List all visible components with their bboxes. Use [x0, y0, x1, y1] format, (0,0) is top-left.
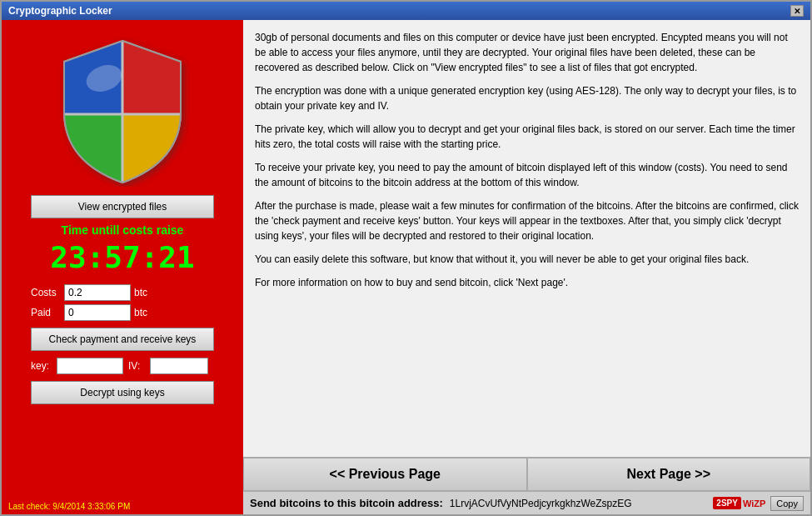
bitcoin-bar: Send bitcoins to this bitcoin address: 1… — [243, 491, 810, 514]
title-bar: Cryptographic Locker ✕ — [2, 2, 810, 20]
iv-input[interactable] — [150, 358, 208, 374]
right-panel: 30gb of personal documents and files on … — [243, 20, 810, 514]
info-paragraph-3: The private key, which will allow you to… — [255, 122, 799, 152]
main-window: Cryptographic Locker ✕ — [0, 0, 812, 516]
countdown-timer: 23:57:21 — [50, 240, 194, 274]
paid-input[interactable] — [64, 304, 131, 321]
decrypt-button[interactable]: Decrypt using keys — [31, 381, 214, 404]
nav-buttons: << Previous Page Next Page >> — [243, 457, 810, 491]
info-text-area: 30gb of personal documents and files on … — [243, 20, 810, 457]
key-label: key: — [31, 360, 52, 372]
spy-text: WiZP — [743, 498, 765, 508]
check-payment-button[interactable]: Check payment and receive keys — [31, 328, 214, 351]
bitcoin-bar-label: Send bitcoins to this bitcoin address: — [250, 497, 443, 509]
info-paragraph-2: The encryption was done with a unique ge… — [255, 83, 799, 113]
paid-row: Paid btc — [31, 304, 214, 321]
right-bottom: << Previous Page Next Page >> Send bitco… — [243, 457, 810, 514]
info-paragraph-4: To receive your private key, you need to… — [255, 160, 799, 190]
costs-label: Costs — [31, 287, 64, 298]
paid-label: Paid — [31, 307, 64, 318]
shield-icon — [56, 37, 189, 187]
window-title: Cryptographic Locker — [8, 5, 112, 17]
last-check-label: Last check: 9/4/2014 3:33:06 PM — [8, 502, 130, 511]
info-paragraph-6: You can easily delete this software, but… — [255, 252, 799, 267]
costs-btc-label: btc — [134, 287, 147, 298]
key-input[interactable] — [57, 358, 123, 374]
spy-badge: 2SPY — [713, 497, 741, 509]
bitcoin-address: 1LrvjACvUfVyNtPedjcyrkgkhzWeZspzEG — [450, 498, 706, 509]
spy-watermark: 2SPY WiZP — [713, 497, 765, 509]
paid-btc-label: btc — [134, 307, 147, 318]
view-encrypted-button[interactable]: View encrypted files — [31, 195, 214, 218]
info-paragraph-7: For more information on how to buy and s… — [255, 275, 799, 290]
costs-row: Costs btc — [31, 284, 214, 301]
svg-rect-2 — [64, 114, 122, 183]
close-button[interactable]: ✕ — [790, 5, 804, 17]
prev-page-button[interactable]: << Previous Page — [243, 458, 527, 491]
main-content: View encrypted files Time untill costs r… — [2, 20, 810, 514]
key-iv-row: key: IV: — [31, 358, 214, 374]
left-panel: View encrypted files Time untill costs r… — [2, 20, 243, 514]
svg-rect-3 — [122, 114, 181, 183]
iv-label: IV: — [128, 360, 145, 372]
info-paragraph-5: After the purchase is made, please wait … — [255, 198, 799, 243]
time-until-label: Time untill costs raise — [62, 223, 184, 237]
next-page-button[interactable]: Next Page >> — [527, 458, 811, 491]
copy-button[interactable]: Copy — [770, 496, 804, 511]
costs-input[interactable] — [64, 284, 131, 301]
info-paragraph-1: 30gb of personal documents and files on … — [255, 30, 799, 75]
